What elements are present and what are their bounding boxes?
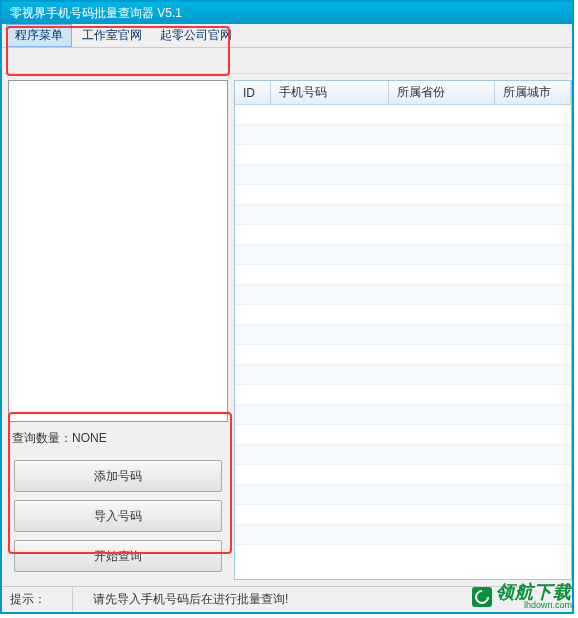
menu-program[interactable]: 程序菜单 (6, 24, 72, 47)
table-row (235, 105, 571, 125)
table-row (235, 425, 571, 445)
table-row (235, 185, 571, 205)
table-row (235, 385, 571, 405)
menu-company-site[interactable]: 起零公司官网 (152, 25, 240, 46)
status-bar: 提示： 请先导入手机号码后在进行批量查询! (2, 586, 572, 612)
table-row (235, 505, 571, 525)
query-count-label: 查询数量： (12, 431, 72, 445)
title-bar: 零视界手机号码批量查询器 V5.1 (2, 2, 572, 24)
number-list-box[interactable] (8, 80, 228, 422)
table-header: ID 手机号码 所属省份 所属城市 (235, 81, 571, 105)
table-row (235, 525, 571, 545)
query-count: 查询数量：NONE (8, 428, 228, 448)
add-number-button[interactable]: 添加号码 (14, 460, 222, 492)
button-group: 添加号码 导入号码 开始查询 (8, 452, 228, 580)
table-row (235, 365, 571, 385)
table-body[interactable] (235, 105, 571, 579)
table-row (235, 225, 571, 245)
table-row (235, 345, 571, 365)
status-text: 请先导入手机号码后在进行批量查询! (72, 587, 572, 612)
start-query-button[interactable]: 开始查询 (14, 540, 222, 572)
import-number-button[interactable]: 导入号码 (14, 500, 222, 532)
table-row (235, 445, 571, 465)
table-row (235, 485, 571, 505)
col-id[interactable]: ID (235, 81, 271, 104)
toolbar-area (2, 48, 572, 74)
app-window: 零视界手机号码批量查询器 V5.1 程序菜单 工作室官网 起零公司官网 查询数量… (0, 0, 574, 614)
right-panel: ID 手机号码 所属省份 所属城市 (234, 74, 572, 586)
window-title: 零视界手机号码批量查询器 V5.1 (10, 6, 182, 20)
table-row (235, 405, 571, 425)
menu-bar: 程序菜单 工作室官网 起零公司官网 (2, 24, 572, 48)
table-row (235, 325, 571, 345)
col-province[interactable]: 所属省份 (389, 81, 495, 104)
left-panel: 查询数量：NONE 添加号码 导入号码 开始查询 (2, 74, 234, 586)
table-row (235, 285, 571, 305)
table-row (235, 125, 571, 145)
status-label: 提示： (2, 591, 72, 608)
table-row (235, 165, 571, 185)
table-row (235, 245, 571, 265)
col-city[interactable]: 所属城市 (495, 81, 571, 104)
table-row (235, 205, 571, 225)
table-row (235, 305, 571, 325)
table-row (235, 465, 571, 485)
col-phone[interactable]: 手机号码 (271, 81, 389, 104)
main-area: 查询数量：NONE 添加号码 导入号码 开始查询 ID 手机号码 所属省份 所属… (2, 74, 572, 586)
table-row (235, 145, 571, 165)
table-row (235, 265, 571, 285)
query-count-value: NONE (72, 431, 107, 445)
results-table: ID 手机号码 所属省份 所属城市 (234, 80, 572, 580)
menu-studio-site[interactable]: 工作室官网 (74, 25, 150, 46)
